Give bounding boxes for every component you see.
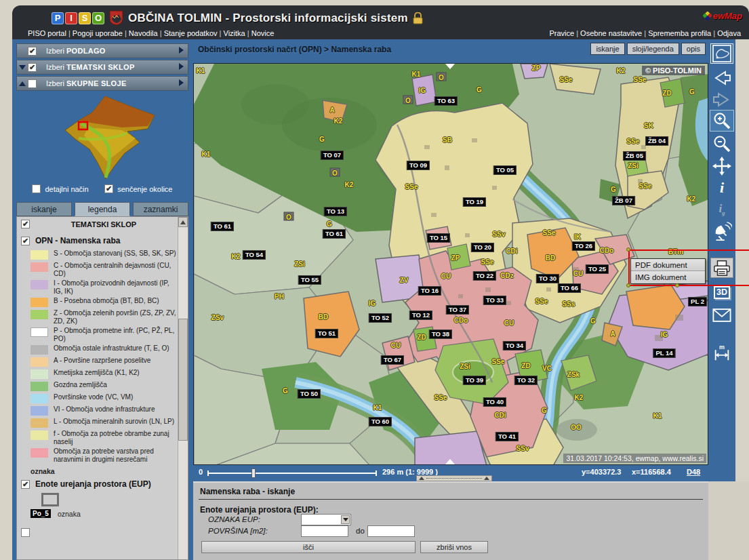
- tab-zaznamki[interactable]: zaznamki: [133, 202, 188, 216]
- tab-iskanje[interactable]: iskanje: [16, 202, 72, 216]
- top-menu-link-pogoji-uporabe[interactable]: Pogoji uporabe: [73, 29, 123, 37]
- top-menu-left: PISO portal | Pogoji uporabe | Navodila …: [28, 29, 274, 37]
- accordion-skupne-sloje[interactable]: Izberi SKUPNE SLOJE: [16, 76, 188, 91]
- search-form-title: Namenska raba - iskanje: [200, 487, 295, 496]
- print-button[interactable]: [710, 258, 733, 278]
- forward-button[interactable]: [710, 89, 733, 110]
- back-arrow-icon: [712, 69, 732, 87]
- measure-button[interactable]: m: [710, 343, 733, 363]
- tematski-sklop-checkbox[interactable]: ✔: [21, 220, 30, 228]
- info-button[interactable]: i: [710, 178, 733, 198]
- accordion-checkbox[interactable]: ✔: [28, 63, 37, 72]
- search-button[interactable]: išči: [201, 541, 416, 553]
- view-3d-button[interactable]: 3D: [710, 282, 733, 302]
- accordion-checkbox[interactable]: [28, 79, 37, 88]
- oznaka-eup-select[interactable]: [301, 514, 351, 525]
- group-info-button[interactable]: ig: [710, 199, 733, 220]
- legend-item-label: I - Območja proizvodnih dejavnosti (IP, …: [54, 279, 177, 295]
- scrollbar-thumb[interactable]: [178, 319, 188, 441]
- opn-checkbox[interactable]: ✔: [21, 237, 30, 245]
- top-menu-link-odjava[interactable]: Odjava: [717, 29, 741, 37]
- map-copyright: © PISO-TOLMIN: [642, 66, 705, 75]
- legend-item: Območja za potrebe varstva pred naravnim…: [31, 447, 178, 463]
- range-between-label: do: [356, 527, 365, 535]
- gps-button[interactable]: [710, 221, 733, 241]
- zoom-in-button[interactable]: [710, 111, 733, 131]
- menu-separator: |: [123, 29, 129, 37]
- zoom-in-icon: [712, 111, 731, 130]
- legend-color-swatch: [31, 298, 48, 307]
- clear-button[interactable]: zbriši vnos: [420, 541, 488, 553]
- accordion-tematski-sklop[interactable]: ✔Izberi TEMATSKI SKLOP: [16, 60, 188, 75]
- menu-separator: |: [642, 29, 648, 37]
- legend-color-swatch: [31, 394, 48, 403]
- top-menu-link-sprememba-profila[interactable]: Sprememba profila: [648, 29, 711, 37]
- menu-separator: |: [218, 29, 224, 37]
- panel-collapse-handle[interactable]: [416, 475, 492, 481]
- popup-item-pdf[interactable]: PDF dokument: [631, 259, 705, 271]
- legend-item: Kmetijska zemljišča (K1, K2): [31, 369, 178, 379]
- legend-item-label: L - Območja mineralnih surovin (LN, LP): [54, 418, 177, 426]
- info-icon: i: [720, 181, 724, 195]
- map-button-opis[interactable]: opis: [681, 43, 706, 55]
- top-menu-link-vizitka[interactable]: Vizitka: [224, 29, 245, 37]
- logo-letter-P: P: [52, 12, 64, 24]
- partial-checkbox[interactable]: [21, 528, 30, 537]
- legend-item-label: A - Površine razpršene poselitve: [54, 357, 177, 365]
- accordion-expand-icon[interactable]: [179, 79, 184, 87]
- legend-color-swatch: [31, 418, 48, 428]
- eup-sample-row: Po_5oznaka: [31, 509, 178, 518]
- zoom-out-icon: [712, 134, 731, 153]
- legend-color-swatch: [31, 382, 48, 391]
- slovenia-outline-icon: [712, 45, 731, 62]
- top-menu-link-navodila[interactable]: Navodila: [129, 29, 158, 37]
- povrsina-to-input[interactable]: [367, 525, 415, 537]
- zoom-out-button[interactable]: [710, 134, 733, 154]
- top-menu-link-novice[interactable]: Novice: [251, 29, 275, 37]
- option-checkbox[interactable]: [32, 184, 41, 193]
- map-top-collapse-icon[interactable]: [445, 64, 455, 69]
- povrsina-from-input[interactable]: [301, 525, 348, 537]
- map-bottom-collapse-icon[interactable]: [445, 459, 455, 464]
- scrollbar-up-button[interactable]: [178, 217, 188, 227]
- menu-separator: |: [711, 29, 717, 37]
- legend-scrollbar[interactable]: [178, 217, 188, 559]
- accordion-collapse-icon[interactable]: [17, 81, 28, 86]
- option-checkbox[interactable]: ✔: [104, 184, 113, 193]
- oznaka-eup-label: OZNAKA EUP:: [208, 515, 260, 523]
- legend-item: Območja ostale infrastrukture (T, E, O): [31, 344, 178, 355]
- legend-group-opn: ✔OPN - Namenska raba: [21, 236, 178, 245]
- overview-extent-button[interactable]: [710, 43, 733, 64]
- legend-item-label: Območja za potrebe varstva pred naravnim…: [54, 447, 177, 463]
- datum-link[interactable]: D48: [687, 468, 700, 476]
- forward-arrow-icon: [712, 91, 732, 108]
- popup-item-img[interactable]: IMG dokument: [631, 271, 705, 283]
- send-mail-button[interactable]: [710, 305, 733, 325]
- accordion-expand-icon[interactable]: [179, 63, 184, 71]
- top-menu-link-stanje-podatkov[interactable]: Stanje podatkov: [164, 29, 218, 37]
- legend-header-label: TEMATSKI SKLOP: [30, 220, 178, 228]
- satellite-dish-icon: [712, 221, 732, 241]
- eup-boundary-swatch: [41, 493, 59, 506]
- tab-legenda[interactable]: legenda: [75, 202, 130, 216]
- legend-color-swatch: [31, 280, 48, 289]
- legend-color-swatch: [31, 369, 48, 379]
- map-button-sloji-legenda[interactable]: sloji/legenda: [627, 43, 679, 55]
- eup-checkbox[interactable]: ✔: [21, 480, 30, 489]
- accordion-collapse-icon[interactable]: [17, 65, 28, 70]
- menu-separator: |: [158, 29, 164, 37]
- top-menu-link-osebne-nastavitve[interactable]: Osebne nastavitve: [580, 29, 642, 37]
- lock-icon: [413, 12, 423, 24]
- legend-item-label: Z - Območja zelenih površin (ZS, ZP, ZV,…: [54, 309, 177, 325]
- right-triangle-icon: [179, 63, 184, 70]
- pan-button[interactable]: [710, 156, 733, 176]
- map-button-iskanje[interactable]: iskanje: [590, 43, 624, 55]
- ewmap-star-icon: [703, 12, 712, 20]
- option-senčenje-okolice: ✔senčenje okolice: [104, 184, 172, 193]
- overview-relief-map[interactable]: [41, 94, 176, 183]
- back-button[interactable]: [710, 68, 733, 88]
- top-menu-link-piso-portal[interactable]: PISO portal: [28, 29, 66, 37]
- top-menu-link-pravice[interactable]: Pravice: [549, 29, 574, 37]
- scale-slider-handle[interactable]: [251, 468, 256, 478]
- legend-item: S - Območja stanovanj (SS, SB, SK, SP): [31, 249, 178, 260]
